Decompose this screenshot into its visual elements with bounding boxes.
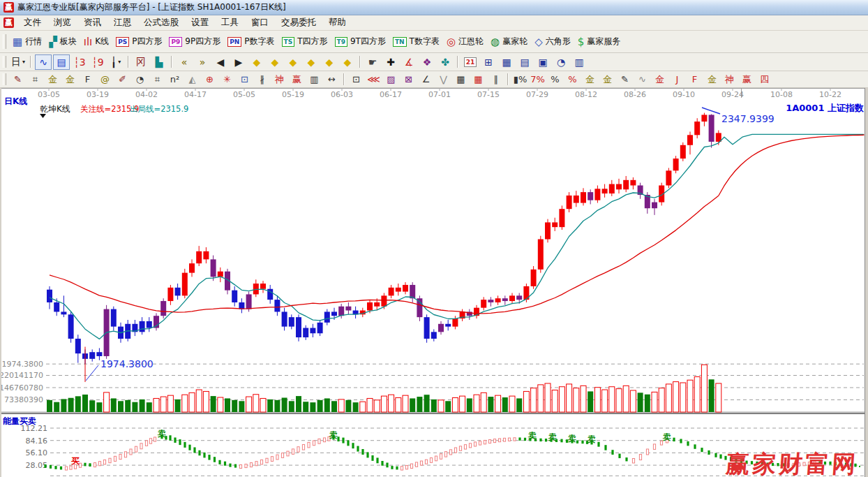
f-grid-tool-button[interactable]: F (80, 73, 96, 87)
clock-button[interactable]: ◔ (553, 54, 569, 70)
dense-grid-a-tool-button[interactable]: ▦ (453, 73, 469, 87)
seven-percent-tool-button[interactable]: 7% (530, 73, 546, 87)
target-grid-tool-button[interactable]: ⊡ (237, 73, 253, 87)
menu-item-7[interactable]: 窗口 (245, 15, 275, 30)
menu-item-4[interactable]: 公式选股 (137, 15, 185, 30)
kline-chart-canvas[interactable]: 03-0503-1904-0204-1705-0505-1906-0306-17… (0, 88, 868, 477)
menu-item-5[interactable]: 设置 (185, 15, 215, 30)
calendar-button[interactable]: 21 (462, 54, 479, 70)
p9-square-button[interactable]: P99P四方形 (169, 36, 220, 47)
pencil-tool-button[interactable]: ✎ (10, 73, 26, 87)
fan-rays-tool-button[interactable]: ⋘ (366, 73, 382, 87)
time-circle-tool-button[interactable]: ◔ (132, 73, 148, 87)
menu-item-3[interactable]: 江恩 (107, 15, 137, 30)
save-button[interactable]: ▣ (534, 54, 551, 70)
notes-panel-icon[interactable]: ▤ (53, 54, 70, 70)
last-bar-button[interactable]: » (194, 54, 211, 70)
t-number-table-button[interactable]: TNT数字表 (393, 36, 440, 47)
wave-chart-icon[interactable]: ∿ (35, 54, 52, 70)
kk-lines-tool-button[interactable]: ∦ (254, 73, 270, 87)
profile-chart-icon[interactable]: ▙ (151, 54, 167, 70)
trend-angle-tool-button[interactable]: ∠ (418, 73, 434, 87)
spiral-tool-button[interactable]: @ (97, 73, 113, 87)
p-number-table-button[interactable]: PNP数字表 (227, 36, 274, 47)
toolbar-grip[interactable] (3, 73, 6, 85)
menu-item-0[interactable]: 文件 (17, 15, 47, 30)
zoom-out-diamond-button[interactable]: ◆ (285, 54, 301, 70)
parallel-lines-tool-button[interactable]: ∥ (488, 73, 504, 87)
toolbar-grip[interactable] (3, 34, 6, 50)
menu-item-8[interactable]: 交易委托 (275, 15, 322, 30)
win-grid-tool-button[interactable]: 赢 (289, 73, 305, 87)
f-angle-tool-button[interactable]: F (687, 73, 703, 87)
kline-button[interactable]: ılıK线 (84, 36, 109, 47)
frame-tool-button[interactable]: ⊡ (348, 73, 364, 87)
chart-region[interactable]: 03-0503-1904-0204-1705-0505-1906-0306-17… (0, 88, 868, 477)
period-day-dropdown-button[interactable]: 日▾ (10, 54, 27, 70)
gann-wheel-button[interactable]: ◎江恩轮 (447, 36, 484, 47)
angle-measure-button[interactable]: ∡ (401, 54, 417, 70)
mini-bars-3-icon[interactable]: ┆3 (71, 54, 88, 70)
expand-diamond-button[interactable]: ◆ (339, 54, 356, 70)
menu-item-9[interactable]: 帮助 (322, 15, 352, 30)
hand-tool-button[interactable]: ☛ (364, 54, 381, 70)
gold-red-tool-button[interactable]: 金 (652, 73, 668, 87)
gann-rose-button[interactable]: ❖ (419, 54, 435, 70)
winner-service-button[interactable]: $赢家服务 (578, 36, 621, 47)
crosshair-tool-button[interactable]: ✚ (382, 54, 399, 70)
target-cross-tool-button[interactable]: ⊕ (202, 73, 218, 87)
target-burst-tool-button[interactable]: ✳ (219, 73, 235, 87)
gold-grid-a-tool-button[interactable]: 金 (45, 73, 61, 87)
compress-diamond-button[interactable]: ◆ (321, 54, 338, 70)
ruler-123-tool-button[interactable]: ▥ (306, 73, 322, 87)
j-angle-tool-button[interactable]: J (669, 73, 685, 87)
notepad-button[interactable]: ▤ (516, 54, 533, 70)
candle-style-dropdown-button[interactable]: ╽▾ (107, 54, 124, 70)
gann-frame-tool-button[interactable]: ⊠ (401, 73, 417, 87)
width-measure-tool-button[interactable]: ↔ (324, 73, 340, 87)
gold-grid-b-tool-button[interactable]: 金 (62, 73, 78, 87)
shen-grid-tool-button[interactable]: 神 (271, 73, 287, 87)
fan-box-tool-button[interactable]: ▨ (383, 73, 399, 87)
dense-grid-b-tool-button[interactable]: ▦ (470, 73, 486, 87)
quotes-button[interactable]: ▦行情 (13, 36, 42, 47)
print-button[interactable]: ▥ (571, 54, 588, 70)
data-table-button[interactable]: ▦ (498, 54, 515, 70)
marker-pen-tool-button[interactable]: ✐ (114, 73, 130, 87)
winner-wheel-button[interactable]: ◍赢家轮 (491, 36, 527, 47)
scroll-left-diamond-button[interactable]: ◆ (248, 54, 265, 70)
percent-line-tool-button[interactable]: % (564, 73, 581, 87)
first-bar-button[interactable]: « (176, 54, 193, 70)
zoom-in-diamond-button[interactable]: ◆ (303, 54, 320, 70)
scroll-right-diamond-button[interactable]: ◆ (267, 54, 283, 70)
percent-tool-button[interactable]: % (547, 73, 563, 87)
n-square-tool-button[interactable]: n² (167, 73, 183, 87)
grid-lines-tool-button[interactable]: ⌗ (27, 73, 43, 87)
prev-bar-button[interactable]: ◀ (212, 54, 229, 70)
win-angle-tool-button[interactable]: 赢 (739, 73, 755, 87)
calculator-button[interactable]: ⊞ (480, 54, 497, 70)
sectors-button[interactable]: ▞板块 (49, 36, 77, 47)
p-square-button[interactable]: PSP四方形 (116, 36, 162, 47)
four-angle-tool-button[interactable]: 四 (756, 73, 772, 87)
menu-item-1[interactable]: 浏览 (47, 15, 77, 30)
gold-angle-tool-button[interactable]: 金 (704, 73, 720, 87)
menu-item-2[interactable]: 资讯 (77, 15, 107, 30)
gann-box-icon[interactable]: 冈 (133, 54, 149, 70)
next-bar-button[interactable]: ▶ (230, 54, 247, 70)
t-square-button[interactable]: TST四方形 (282, 36, 328, 47)
price-grid-tool-button[interactable]: ⌗ (149, 73, 165, 87)
gold-bar-tool-button[interactable]: 金 (599, 73, 615, 87)
gold-circle-tool-button[interactable]: 金 (582, 73, 598, 87)
mirror-angle-tool-button[interactable]: ◭ (184, 73, 200, 87)
t9-square-button[interactable]: T99T四方形 (335, 36, 386, 47)
shen-angle-tool-button[interactable]: 神 (721, 73, 738, 87)
candle-pen-tool-button[interactable]: ✎ (617, 73, 633, 87)
zigzag-tool-button[interactable]: ⋁ (435, 73, 451, 87)
small-wave-tool-button[interactable]: ∿ (634, 73, 650, 87)
mini-bars-9-icon[interactable]: ┆9 (89, 54, 106, 70)
menu-item-6[interactable]: 工具 (215, 15, 245, 30)
cycle-tool-button[interactable]: ✤ (437, 54, 454, 70)
toolbar-grip[interactable] (3, 56, 6, 68)
hexagon-button[interactable]: ◇六角形 (534, 36, 571, 47)
